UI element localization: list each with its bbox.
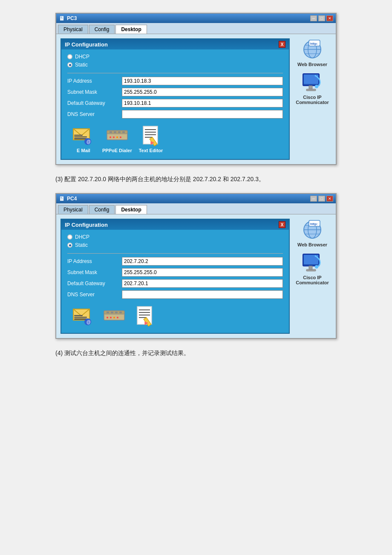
ip-address-input-pc3[interactable] bbox=[122, 77, 283, 85]
close-button[interactable]: ✕ bbox=[326, 15, 333, 21]
email-icon-pc3: @ bbox=[72, 124, 95, 147]
close-button-pc4[interactable]: ✕ bbox=[326, 196, 333, 202]
web-browser-label-pc4: Web Browser bbox=[297, 242, 327, 247]
email-app-icon-pc4[interactable]: @ bbox=[72, 305, 95, 327]
dhcp-radio-pc3[interactable]: DHCP bbox=[67, 54, 283, 60]
texteditor-app-icon-pc3[interactable]: Text Editor bbox=[139, 124, 163, 153]
cisco-img-pc4 bbox=[301, 251, 323, 274]
svg-rect-37 bbox=[74, 317, 87, 318]
dns-input-pc3[interactable] bbox=[122, 110, 283, 119]
pppoe-icon-pc4 bbox=[102, 305, 126, 327]
static-radio-circle-pc3 bbox=[67, 62, 72, 67]
pppoe-app-icon-pc3[interactable]: PPPoE Dialer bbox=[102, 124, 132, 153]
maximize-button[interactable]: □ bbox=[318, 15, 325, 21]
web-browser-icon-pc4[interactable]: http: Web Browser bbox=[297, 219, 327, 247]
texteditor-icon-pc4 bbox=[133, 305, 157, 327]
ip-config-dialog-pc4: IP Configuration X DHCP Static bbox=[61, 219, 290, 334]
ip-config-titlebar-pc4: IP Configuration X bbox=[61, 220, 289, 230]
pc3-titlebar: 🖥 PC3 ─ □ ✕ bbox=[56, 14, 336, 23]
texteditor-icon-pc3 bbox=[139, 124, 163, 147]
ip-config-titlebar-pc3: IP Configuration X bbox=[61, 39, 289, 49]
pc3-title-text: PC3 bbox=[67, 15, 77, 21]
maximize-button-pc4[interactable]: □ bbox=[318, 196, 325, 202]
static-radio-pc4[interactable]: Static bbox=[67, 242, 283, 248]
dhcp-radio-pc4[interactable]: DHCP bbox=[67, 234, 283, 240]
svg-point-13 bbox=[113, 136, 115, 138]
svg-point-50 bbox=[117, 317, 118, 318]
pc4-titlebar: 🖥 PC4 ─ □ ✕ bbox=[56, 194, 336, 203]
tab-desktop[interactable]: Desktop bbox=[115, 25, 147, 34]
svg-rect-2 bbox=[74, 136, 87, 138]
subnet-mask-input-pc4[interactable] bbox=[122, 268, 283, 277]
pc3-title: 🖥 PC3 bbox=[59, 15, 77, 22]
instruction-text-2: (4) 测试六台主机之间的连通性，并记录测试结果。 bbox=[55, 347, 337, 359]
ip-address-label-pc4: IP Address bbox=[67, 258, 118, 264]
tab-desktop-pc4[interactable]: Desktop bbox=[115, 205, 147, 214]
svg-point-14 bbox=[116, 136, 118, 138]
svg-rect-1 bbox=[74, 138, 87, 139]
ip-address-input-pc4[interactable] bbox=[122, 257, 283, 266]
svg-rect-68 bbox=[306, 269, 316, 271]
svg-rect-8 bbox=[110, 131, 112, 133]
page-content: 🖥 PC3 ─ □ ✕ Physical Config Desktop IP C… bbox=[9, 13, 383, 360]
subnet-mask-row-pc4: Subnet Mask bbox=[67, 268, 283, 277]
svg-rect-44 bbox=[111, 312, 113, 313]
cisco-label2-pc4: Communicator bbox=[296, 280, 329, 285]
ip-config-body-pc4: DHCP Static IP Address Subnet Mask bbox=[61, 230, 289, 333]
dns-row-pc4: DNS Server bbox=[67, 290, 283, 299]
svg-rect-10 bbox=[118, 131, 121, 133]
minimize-button[interactable]: ─ bbox=[310, 15, 317, 21]
subnet-mask-label-pc4: Subnet Mask bbox=[67, 269, 118, 275]
cisco-label2-pc3: Communicator bbox=[296, 100, 329, 105]
svg-rect-36 bbox=[74, 318, 87, 320]
instruction-text-1: (3) 配置 202.7.20.0 网络中的两台主机的地址分别是 202.7.2… bbox=[55, 173, 337, 185]
ip-config-close-pc4[interactable]: X bbox=[279, 221, 285, 228]
ip-config-body-pc3: DHCP Static IP Address Subnet Mask bbox=[61, 49, 289, 159]
dns-input-pc4[interactable] bbox=[122, 290, 283, 299]
pc3-window-controls: ─ □ ✕ bbox=[310, 15, 333, 21]
svg-point-15 bbox=[120, 136, 121, 138]
desktop-icons-pc4: http: Web Browser bbox=[293, 219, 331, 334]
svg-point-69 bbox=[315, 265, 318, 269]
tab-config-pc4[interactable]: Config bbox=[89, 205, 115, 214]
cisco-icon-pc3[interactable]: Cisco IP Communicator bbox=[296, 71, 329, 105]
svg-point-34 bbox=[315, 85, 318, 88]
cisco-icon-pc4[interactable]: Cisco IP Communicator bbox=[296, 251, 329, 285]
pppoe-app-label-pc3: PPPoE Dialer bbox=[102, 148, 132, 153]
dns-label-pc3: DNS Server bbox=[67, 111, 118, 117]
subnet-mask-input-pc3[interactable] bbox=[122, 88, 283, 96]
ip-config-close-pc3[interactable]: X bbox=[279, 41, 285, 48]
gateway-label-pc4: Default Gateway bbox=[67, 280, 118, 286]
svg-rect-11 bbox=[122, 131, 125, 133]
svg-point-12 bbox=[110, 136, 111, 138]
pc4-body: IP Configuration X DHCP Static bbox=[56, 214, 336, 338]
cisco-img-pc3 bbox=[301, 71, 323, 93]
svg-rect-67 bbox=[309, 266, 312, 269]
pppoe-app-icon-pc4[interactable] bbox=[102, 305, 126, 327]
tab-config[interactable]: Config bbox=[89, 25, 115, 34]
subnet-mask-label-pc3: Subnet Mask bbox=[67, 89, 118, 95]
tab-physical[interactable]: Physical bbox=[58, 25, 88, 34]
svg-rect-46 bbox=[119, 312, 122, 313]
web-browser-icon-pc3[interactable]: http: Web Browser bbox=[297, 38, 327, 67]
svg-text:http:: http: bbox=[310, 42, 318, 46]
gateway-row-pc4: Default Gateway bbox=[67, 279, 283, 288]
email-app-label-pc3: E Mail bbox=[77, 148, 90, 153]
pc4-window: 🖥 PC4 ─ □ ✕ Physical Config Desktop IP C… bbox=[55, 193, 337, 339]
svg-rect-45 bbox=[115, 312, 118, 313]
svg-point-49 bbox=[113, 317, 115, 318]
minimize-button-pc4[interactable]: ─ bbox=[310, 196, 317, 202]
gateway-input-pc3[interactable] bbox=[122, 99, 283, 107]
texteditor-app-icon-pc4[interactable] bbox=[133, 305, 157, 327]
static-radio-pc3[interactable]: Static bbox=[67, 62, 283, 68]
tab-physical-pc4[interactable]: Physical bbox=[58, 205, 88, 214]
ip-address-label-pc3: IP Address bbox=[67, 78, 118, 84]
static-radio-circle-pc4 bbox=[67, 243, 72, 248]
svg-rect-33 bbox=[306, 89, 316, 91]
svg-text:@: @ bbox=[86, 320, 91, 324]
web-browser-label-pc3: Web Browser bbox=[297, 62, 327, 67]
email-app-icon-pc3[interactable]: @ E Mail bbox=[72, 124, 95, 153]
pc4-window-controls: ─ □ ✕ bbox=[310, 196, 333, 202]
gateway-label-pc3: Default Gateway bbox=[67, 100, 118, 106]
gateway-input-pc4[interactable] bbox=[122, 279, 283, 288]
